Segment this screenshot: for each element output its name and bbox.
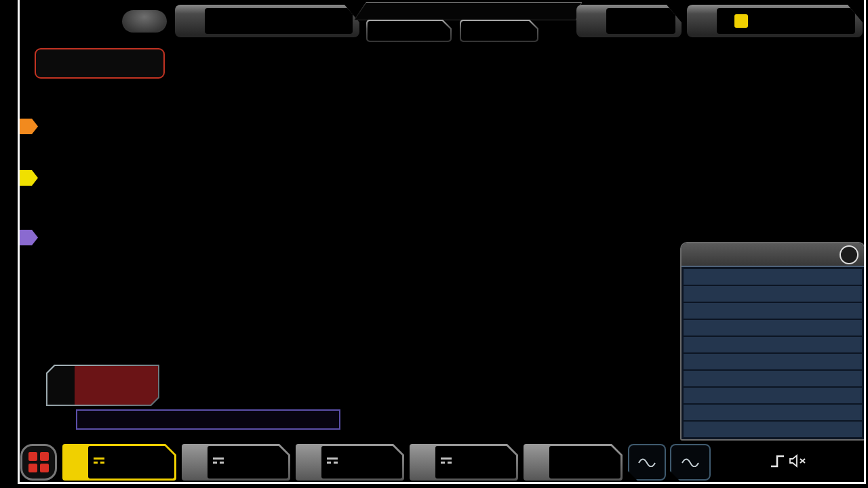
channel3-ground-marker[interactable] (19, 230, 38, 245)
dc-coupling-icon (94, 458, 104, 466)
channel4-number (410, 444, 435, 481)
table-row (684, 388, 862, 403)
trigger-level-marker[interactable] (19, 119, 38, 134)
generator1-button[interactable] (628, 444, 666, 481)
delay-group[interactable] (576, 5, 682, 37)
histogram-stats-table (682, 266, 864, 439)
trigger-display (717, 8, 855, 34)
table-row (684, 337, 862, 352)
table-row (684, 405, 862, 420)
rising-edge-icon[interactable] (769, 451, 787, 470)
table-row (684, 371, 862, 386)
frame-bottom (18, 482, 866, 484)
measurement-tag[interactable] (46, 365, 159, 406)
oscilloscope-screen (0, 0, 868, 488)
measure-button-label (368, 21, 450, 41)
status-message-box (35, 48, 165, 79)
logic-label (524, 444, 549, 481)
stop-run-button-label (461, 21, 537, 41)
table-row (684, 354, 862, 369)
logic-channels-button[interactable] (524, 444, 623, 481)
trigger-group[interactable] (687, 5, 863, 37)
sound-muted-icon[interactable] (789, 453, 808, 469)
table-row (684, 422, 862, 437)
timebase-display[interactable] (205, 8, 353, 34)
overview-zigzag (355, 3, 578, 18)
channel3-number (296, 444, 321, 481)
horizontal-settings-group[interactable] (175, 5, 359, 37)
table-row (684, 320, 862, 336)
dc-coupling-icon (441, 458, 452, 466)
close-icon[interactable] (840, 245, 859, 264)
table-row (684, 303, 862, 319)
sine-icon (681, 458, 700, 467)
channel4-status-button[interactable] (410, 444, 518, 481)
generator2-button[interactable] (670, 444, 711, 481)
sine-icon (637, 458, 656, 467)
menu-button[interactable] (20, 444, 57, 481)
frame-right (864, 0, 866, 484)
delay-display (606, 8, 675, 34)
channel3-status-button[interactable] (296, 444, 404, 481)
trigger-source-badge (734, 14, 748, 28)
dc-coupling-icon (213, 458, 224, 466)
histogram-result-panel[interactable] (680, 242, 865, 441)
table-row (684, 269, 862, 285)
waveform-overview-strip[interactable] (354, 2, 582, 20)
channel2-number (182, 444, 208, 481)
four-squares-icon (28, 452, 49, 472)
frame-left (18, 0, 20, 484)
dc-coupling-icon (327, 458, 338, 466)
channel1-status-button[interactable] (62, 444, 176, 481)
measure-button[interactable] (366, 20, 452, 42)
table-row (684, 286, 862, 302)
histogram-panel-title-bar[interactable] (682, 243, 864, 266)
trigger-status-badge (122, 10, 167, 33)
stop-run-button[interactable] (460, 20, 538, 42)
channel2-status-button[interactable] (182, 444, 290, 481)
trend-scale-bar (76, 409, 340, 430)
channel1-ground-marker[interactable] (19, 170, 38, 186)
channel1-number (62, 444, 88, 481)
